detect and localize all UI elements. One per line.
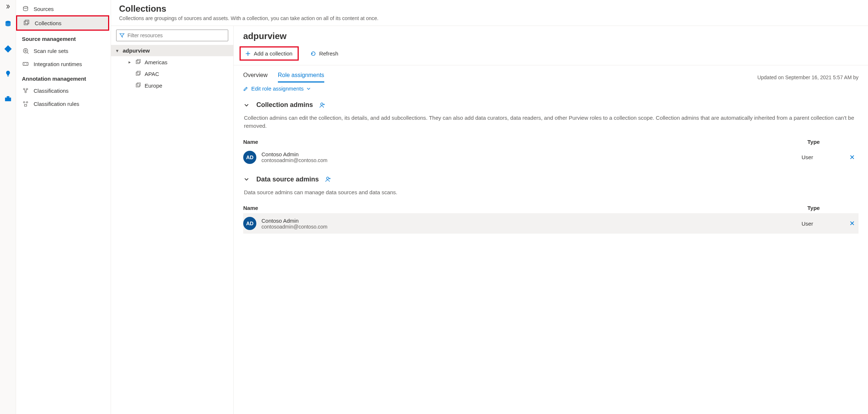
tree-root-label: adpurview (123, 47, 150, 54)
person-name: Contoso Admin (261, 218, 796, 224)
svg-point-8 (23, 49, 28, 53)
svg-rect-21 (136, 84, 139, 87)
col-header-type: Type (807, 205, 859, 211)
remove-button[interactable]: ✕ (847, 153, 857, 161)
add-collection-button[interactable]: Add a collection (241, 48, 296, 59)
svg-rect-16 (24, 104, 27, 106)
col-header-name: Name (243, 205, 807, 211)
chevron-down-icon[interactable] (243, 177, 250, 182)
updated-text: Updated on September 16, 2021 5:57 AM by (757, 74, 859, 80)
refresh-icon (310, 51, 316, 57)
rail-toolbox-icon[interactable] (1, 92, 15, 105)
edit-icon (243, 86, 248, 91)
svg-rect-4 (7, 96, 9, 98)
add-collection-label: Add a collection (254, 50, 292, 57)
svg-point-23 (321, 103, 323, 105)
nav-collections[interactable]: Collections (17, 16, 108, 30)
detail-tabs: Overview Role assignments Updated on Sep… (234, 65, 868, 83)
col-header-type: Type (807, 139, 859, 145)
collection-icon (135, 82, 142, 89)
left-nav: Sources Collections Source management Sc… (16, 0, 111, 414)
filter-icon (119, 33, 125, 38)
rail-flow-icon[interactable] (1, 42, 15, 55)
svg-point-14 (23, 101, 25, 103)
nav-label: Sources (34, 6, 54, 12)
refresh-label: Refresh (319, 50, 339, 57)
nav-section-annotation-mgmt: Annotation management (16, 70, 111, 84)
nav-label: Collections (35, 20, 61, 26)
chevron-down-icon (306, 87, 311, 91)
table-row: AD Contoso Admin contosoadmin@contoso.co… (243, 213, 859, 234)
tab-role-assignments[interactable]: Role assignments (278, 72, 324, 83)
caret-right-icon[interactable]: ▸ (127, 60, 132, 65)
nav-scan-rule-sets[interactable]: Scan rule sets (16, 44, 111, 57)
collections-icon (23, 19, 30, 27)
detail-title: adpurview (234, 26, 868, 43)
person-email: contosoadmin@contoso.com (261, 157, 796, 163)
expand-rail-button[interactable] (0, 1, 16, 12)
nav-classification-rules[interactable]: Classification rules (16, 97, 111, 110)
runtimes-icon (22, 60, 29, 68)
svg-marker-1 (4, 45, 12, 53)
avatar: AD (243, 217, 256, 230)
add-person-button[interactable] (325, 176, 331, 182)
nav-label: Classification rules (34, 101, 79, 107)
svg-rect-2 (7, 76, 9, 77)
svg-rect-3 (5, 97, 11, 101)
avatar: AD (243, 151, 256, 164)
plus-icon (245, 51, 251, 57)
tree-panel: ▾ adpurview ▸ Americas APAC (111, 26, 234, 414)
scan-rules-icon (22, 47, 29, 54)
add-person-button[interactable] (320, 102, 325, 108)
rail-insight-icon[interactable] (1, 67, 15, 80)
svg-point-13 (25, 91, 26, 93)
table-row: AD Contoso Admin contosoadmin@contoso.co… (243, 147, 859, 168)
caret-down-icon[interactable]: ▾ (115, 48, 120, 53)
data-source-admins-section: Data source admins Data source admins ca… (234, 168, 868, 234)
svg-rect-10 (23, 62, 28, 65)
tree-item-label: APAC (145, 71, 159, 77)
chevron-down-icon[interactable] (243, 103, 250, 108)
svg-point-9 (25, 50, 26, 51)
svg-rect-17 (136, 61, 139, 64)
data-source-admins-title: Data source admins (256, 176, 319, 183)
data-source-admins-table: Name Type AD Contoso Admin contosoadmin@… (243, 203, 859, 234)
detail-panel: adpurview Add a collection Refresh (234, 26, 868, 414)
collection-admins-table: Name Type AD Contoso Admin contosoadmin@… (243, 137, 859, 168)
add-collection-highlight: Add a collection (240, 46, 299, 61)
svg-rect-20 (137, 71, 140, 74)
person-email: contosoadmin@contoso.com (261, 224, 796, 230)
nav-sources[interactable]: Sources (16, 2, 111, 15)
nav-integration-runtimes[interactable]: Integration runtimes (16, 57, 111, 70)
remove-button[interactable]: ✕ (847, 219, 857, 227)
svg-point-15 (26, 101, 28, 103)
tab-overview[interactable]: Overview (243, 72, 268, 83)
rail-database-icon[interactable] (1, 18, 15, 31)
tree-item-apac[interactable]: APAC (111, 68, 233, 80)
person-name: Contoso Admin (261, 151, 796, 157)
chevron-expand-icon (5, 4, 11, 9)
tree-item-americas[interactable]: ▸ Americas (111, 56, 233, 68)
nav-section-source-mgmt: Source management (16, 31, 111, 44)
detail-toolbar: Add a collection Refresh (234, 43, 868, 65)
edit-role-assignments-link[interactable]: Edit role assignments (234, 83, 868, 93)
tree-root[interactable]: ▾ adpurview (111, 45, 233, 56)
collection-icon (135, 59, 142, 65)
collections-highlight: Collections (16, 15, 109, 31)
collections-tree: ▾ adpurview ▸ Americas APAC (111, 43, 233, 91)
svg-rect-19 (136, 72, 139, 76)
left-icon-rail (0, 0, 16, 414)
page-title: Collections (119, 4, 860, 14)
classification-rules-icon (22, 100, 29, 107)
filter-resources-input[interactable] (116, 30, 228, 41)
nav-classifications[interactable]: Classifications (16, 84, 111, 97)
sources-icon (22, 5, 29, 12)
filter-input-field[interactable] (127, 32, 225, 38)
tree-item-europe[interactable]: Europe (111, 80, 233, 91)
tree-item-label: Europe (145, 83, 162, 89)
person-type: User (802, 221, 842, 227)
svg-rect-22 (137, 83, 140, 86)
data-source-admins-desc: Data source admins can manage data sourc… (243, 183, 859, 196)
refresh-button[interactable]: Refresh (307, 48, 342, 59)
svg-point-5 (23, 7, 28, 8)
